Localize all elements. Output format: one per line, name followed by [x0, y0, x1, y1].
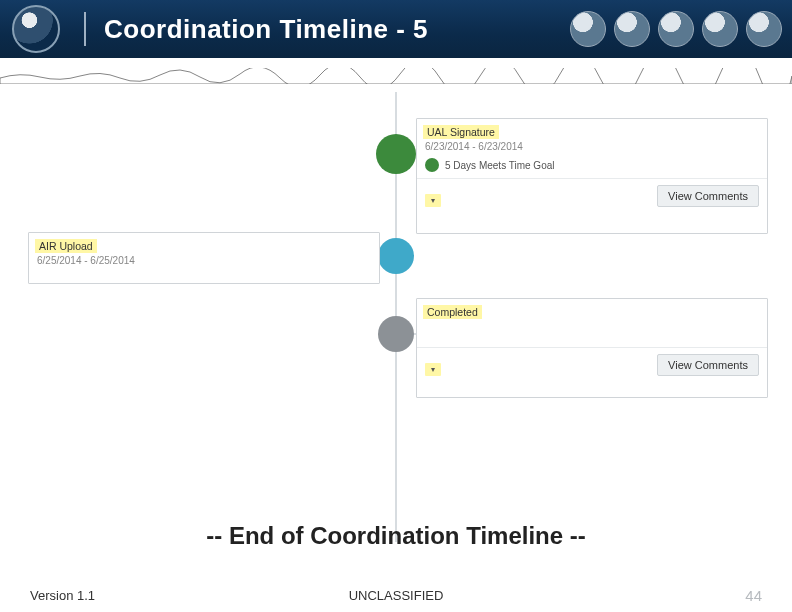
airforce-seal-icon	[702, 11, 738, 47]
page-number: 44	[745, 587, 762, 604]
chevron-down-icon: ▾	[431, 365, 435, 374]
service-seal-row	[570, 11, 782, 47]
timeline-card-upload: AIR Upload 6/25/2014 - 6/25/2014	[28, 232, 380, 284]
view-comments-button[interactable]: View Comments	[657, 354, 759, 376]
slide-footer: Version 1.1 UNCLASSIFIED 44	[0, 587, 792, 604]
card-title: Completed	[423, 305, 482, 319]
coastguard-seal-icon	[746, 11, 782, 47]
slide-header: Coordination Timeline - 5	[0, 0, 792, 58]
end-of-timeline-text: -- End of Coordination Timeline --	[0, 522, 792, 550]
dod-seal-icon	[12, 5, 60, 53]
navy-seal-icon	[658, 11, 694, 47]
timeline-area: UAL Signature 6/23/2014 - 6/23/2014 5 Da…	[0, 88, 792, 552]
title-separator	[84, 12, 86, 46]
card-dates: 6/25/2014 - 6/25/2014	[37, 255, 371, 266]
marine-seal-icon	[614, 11, 650, 47]
classification-label: UNCLASSIFIED	[349, 588, 444, 603]
version-label: Version 1.1	[30, 588, 95, 603]
card-dropdown[interactable]: ▾	[425, 363, 441, 376]
card-title: AIR Upload	[35, 239, 97, 253]
card-status-row: 5 Days Meets Time Goal	[425, 158, 759, 172]
card-title: UAL Signature	[423, 125, 499, 139]
torn-edge-decoration	[0, 68, 792, 84]
timeline-node-signature	[376, 134, 416, 174]
timeline-node-completed	[378, 316, 414, 352]
timeline-card-signature: UAL Signature 6/23/2014 - 6/23/2014 5 Da…	[416, 118, 768, 234]
card-dropdown[interactable]: ▾	[425, 194, 441, 207]
timeline-node-upload	[378, 238, 414, 274]
view-comments-button[interactable]: View Comments	[657, 185, 759, 207]
status-dot-icon	[425, 158, 439, 172]
timeline-card-completed: Completed ▾ View Comments	[416, 298, 768, 398]
card-dates: 6/23/2014 - 6/23/2014	[425, 141, 759, 152]
army-seal-icon	[570, 11, 606, 47]
card-status: 5 Days Meets Time Goal	[445, 160, 554, 171]
chevron-down-icon: ▾	[431, 196, 435, 205]
slide-title: Coordination Timeline - 5	[104, 14, 428, 45]
